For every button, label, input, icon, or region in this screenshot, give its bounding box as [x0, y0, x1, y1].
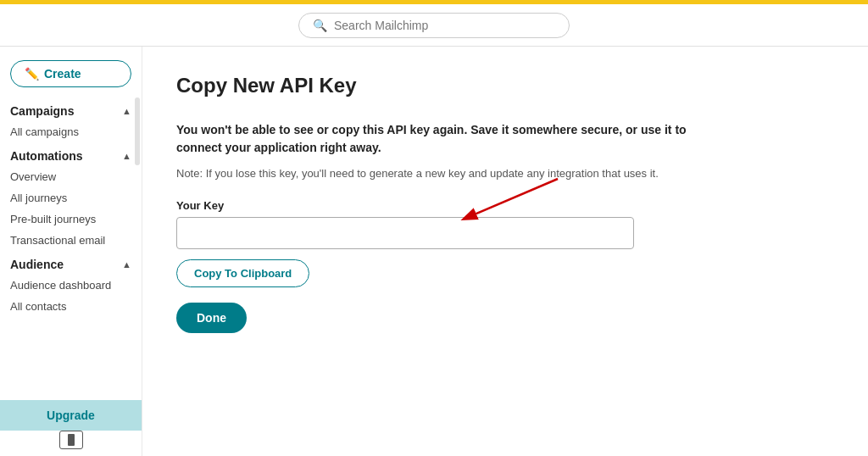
audience-label: Audience	[10, 258, 64, 271]
sidebar-item-prebuilt-journeys[interactable]: Pre-built journeys	[0, 209, 142, 230]
page-title: Copy New API Key	[176, 74, 834, 97]
sidebar-item-transactional-email[interactable]: Transactional email	[0, 230, 142, 251]
pen-icon: ✏️	[25, 67, 39, 81]
automations-chevron: ▲	[122, 151, 131, 161]
copy-to-clipboard-button[interactable]: Copy To Clipboard	[176, 259, 309, 287]
campaigns-chevron: ▲	[122, 106, 131, 116]
automations-label: Automations	[10, 149, 83, 163]
search-icon: 🔍	[313, 19, 327, 32]
sidebar-section-automations[interactable]: Automations ▲	[0, 142, 142, 166]
create-button[interactable]: ✏️ Create	[10, 60, 131, 87]
panel-toggle-icon	[68, 434, 75, 446]
audience-chevron: ▲	[122, 259, 131, 270]
sidebar-section-campaigns[interactable]: Campaigns ▲	[0, 97, 142, 121]
key-input-wrapper: ff5da2ce5222fe9f2cfe90fc7179f6d2-us18	[176, 217, 634, 249]
note-text: Note: If you lose this key, you'll need …	[176, 165, 719, 182]
key-area: ff5da2ce5222fe9f2cfe90fc7179f6d2-us18 Co…	[176, 217, 634, 287]
sidebar-item-all-journeys[interactable]: All journeys	[0, 187, 142, 209]
warning-text: You won't be able to see or copy this AP…	[176, 121, 719, 157]
api-key-input[interactable]: ff5da2ce5222fe9f2cfe90fc7179f6d2-us18	[176, 217, 634, 249]
content-area: Copy New API Key You won't be able to se…	[142, 47, 868, 456]
main-layout: ✏️ Create Campaigns ▲ All campaigns Auto…	[0, 47, 868, 456]
campaigns-label: Campaigns	[10, 104, 74, 118]
sidebar-item-overview[interactable]: Overview	[0, 166, 142, 187]
sidebar-scrollbar	[135, 97, 140, 165]
key-label: Your Key	[176, 199, 834, 212]
sidebar: ✏️ Create Campaigns ▲ All campaigns Auto…	[0, 47, 142, 456]
sidebar-item-all-campaigns[interactable]: All campaigns	[0, 121, 142, 142]
sidebar-item-all-contacts[interactable]: All contacts	[0, 296, 142, 317]
sidebar-item-audience-dashboard[interactable]: Audience dashboard	[0, 275, 142, 296]
panel-toggle-button[interactable]	[59, 431, 83, 449]
upgrade-button[interactable]: Upgrade	[0, 400, 142, 431]
search-bar[interactable]: 🔍	[298, 13, 570, 38]
create-button-label: Create	[44, 67, 81, 81]
header: 🔍	[0, 4, 868, 47]
done-button[interactable]: Done	[176, 303, 247, 333]
search-input[interactable]	[334, 19, 555, 32]
sidebar-section-audience[interactable]: Audience ▲	[0, 251, 142, 275]
